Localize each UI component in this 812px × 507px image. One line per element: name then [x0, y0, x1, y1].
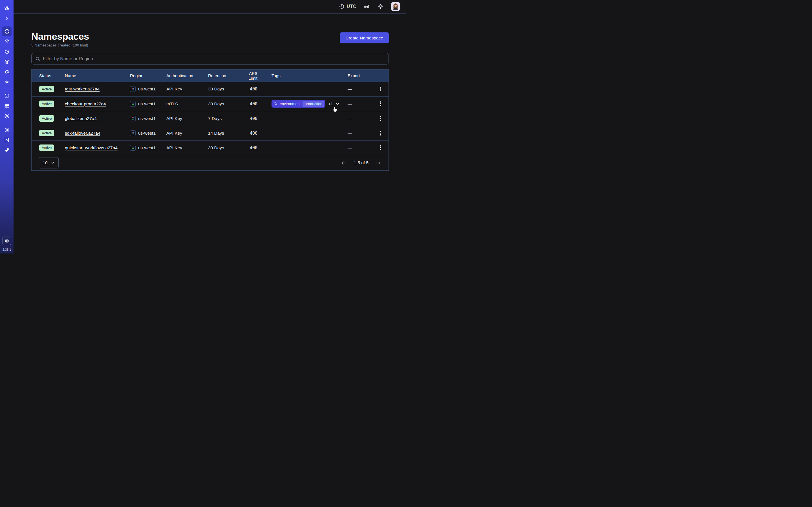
page-title: Namespaces	[31, 31, 89, 42]
gcp-cloud-icon	[130, 130, 136, 136]
timezone-label: UTC	[347, 4, 356, 9]
sidebar-item-insights[interactable]	[2, 37, 11, 46]
sidebar-item-nexus[interactable]	[2, 77, 11, 87]
status-badge: Active	[39, 115, 54, 122]
sidebar-item-schedules[interactable]	[2, 47, 11, 56]
tag-value: production	[303, 101, 324, 107]
sidebar-collapse-chevron-icon[interactable]	[2, 13, 11, 23]
retention-value: 30 Days	[208, 145, 241, 151]
export-value: —	[348, 101, 373, 107]
sidebar-item-settings[interactable]	[2, 111, 11, 121]
main-content: Namespaces 5 Namespaces created (100 lim…	[13, 13, 406, 253]
chevron-down-icon	[51, 161, 55, 165]
prev-page-arrow-icon[interactable]	[341, 160, 347, 166]
namespace-link[interactable]: sdk-failover.a27a4	[65, 131, 100, 135]
table-row: Active checkout-prod.a27a4 us-west1 mTLS…	[32, 96, 389, 111]
tags-expand-chevron-icon[interactable]	[335, 101, 340, 106]
auth-method: API Key	[166, 131, 208, 136]
table-row: Active test-worker.a27a4 us-west1 API Ke…	[32, 82, 389, 96]
pricing-seal-dollar-icon[interactable]	[3, 237, 11, 245]
page-size-select[interactable]: 10	[39, 157, 59, 168]
namespace-count-subtitle: 5 Namespaces created (100 limit)	[31, 43, 89, 47]
user-avatar[interactable]	[391, 2, 400, 11]
gcp-cloud-icon	[130, 101, 136, 107]
region-label: us-west1	[138, 116, 156, 121]
namespace-link[interactable]: checkout-prod.a27a4	[65, 101, 106, 106]
row-actions-kebab-icon[interactable]	[377, 145, 384, 150]
sidebar-item-billing[interactable]	[2, 101, 11, 111]
tags-more-count[interactable]: +1	[328, 102, 333, 106]
row-actions-kebab-icon[interactable]	[377, 131, 384, 135]
tag-key: environment	[280, 102, 301, 106]
export-value: —	[348, 87, 373, 92]
table-footer: 10 1-5 of 5	[32, 155, 389, 170]
row-actions-kebab-icon[interactable]	[377, 101, 384, 106]
aps-limit-value: 400	[241, 145, 257, 151]
status-badge: Active	[39, 130, 54, 136]
retention-value: 14 Days	[208, 131, 241, 136]
theme-sun-icon[interactable]	[377, 4, 384, 10]
app-version: 2.35.1	[3, 248, 11, 251]
timezone-selector[interactable]: UTC	[339, 4, 356, 9]
search-icon	[35, 56, 40, 61]
temporal-logo-icon[interactable]	[2, 3, 11, 13]
col-authentication: Authentication	[166, 73, 208, 78]
next-page-arrow-icon[interactable]	[375, 160, 382, 166]
col-status: Status	[32, 73, 65, 78]
region-label: us-west1	[138, 87, 156, 92]
sidebar-item-deployments[interactable]	[2, 57, 11, 66]
filter-bar	[31, 53, 389, 64]
table-header-row: Status Name Region Authentication Retent…	[32, 69, 389, 82]
namespace-link[interactable]: test-worker.a27a4	[65, 87, 100, 91]
labs-glasses-icon[interactable]	[364, 3, 370, 10]
col-export: Export	[348, 73, 373, 78]
topbar: UTC	[13, 0, 406, 13]
retention-value: 30 Days	[208, 101, 241, 107]
sidebar-item-usage[interactable]	[2, 91, 11, 101]
gcp-cloud-icon	[130, 86, 136, 92]
status-badge: Active	[39, 101, 54, 107]
tag-pill[interactable]: environment production	[271, 100, 325, 108]
sidebar-item-workflows[interactable]	[2, 67, 11, 76]
pagination-range: 1-5 of 5	[354, 160, 368, 165]
region-label: us-west1	[138, 145, 156, 151]
export-value: —	[348, 131, 373, 136]
sidebar-item-docs[interactable]	[2, 135, 11, 145]
auth-method: API Key	[166, 87, 208, 92]
status-badge: Active	[39, 86, 54, 93]
row-actions-kebab-icon[interactable]	[377, 87, 384, 92]
export-value: —	[348, 116, 373, 121]
col-aps-limit: APS Limit	[241, 71, 257, 80]
table-row: Active sdk-failover.a27a4 us-west1 API K…	[32, 126, 389, 140]
auth-method: mTLS	[166, 101, 208, 107]
sidebar: 2.35.1	[0, 0, 13, 253]
gcp-cloud-icon	[130, 116, 136, 121]
aps-limit-value: 400	[241, 87, 257, 92]
page-size-value: 10	[43, 160, 47, 165]
sidebar-item-namespaces[interactable]	[2, 26, 11, 36]
auth-method: API Key	[166, 145, 208, 151]
aps-limit-value: 400	[241, 131, 257, 136]
gcp-cloud-icon	[130, 145, 136, 151]
sidebar-bottom: 2.35.1	[3, 237, 11, 253]
tags-cell: environment production +1	[271, 100, 348, 108]
aps-limit-value: 400	[241, 101, 257, 107]
col-tags: Tags	[271, 73, 348, 78]
sidebar-item-support[interactable]	[2, 125, 11, 135]
retention-value: 30 Days	[208, 87, 241, 92]
namespace-link[interactable]: globalizer.a27a4	[65, 116, 97, 121]
retention-value: 7 Days	[208, 116, 241, 121]
create-namespace-button[interactable]: Create Namespace	[340, 33, 389, 43]
aps-limit-value: 400	[241, 116, 257, 121]
region-label: us-west1	[138, 131, 156, 136]
auth-method: API Key	[166, 116, 208, 121]
table-row: Active quickstart-workflows.a27a4 us-wes…	[32, 140, 389, 155]
row-actions-kebab-icon[interactable]	[377, 116, 384, 121]
region-label: us-west1	[138, 101, 156, 107]
namespace-link[interactable]: quickstart-workflows.a27a4	[65, 145, 117, 150]
sidebar-item-getting-started[interactable]	[2, 145, 11, 155]
col-name: Name	[65, 73, 130, 78]
col-region: Region	[130, 73, 166, 78]
namespaces-table: Status Name Region Authentication Retent…	[31, 69, 389, 171]
filter-input[interactable]	[43, 56, 385, 61]
